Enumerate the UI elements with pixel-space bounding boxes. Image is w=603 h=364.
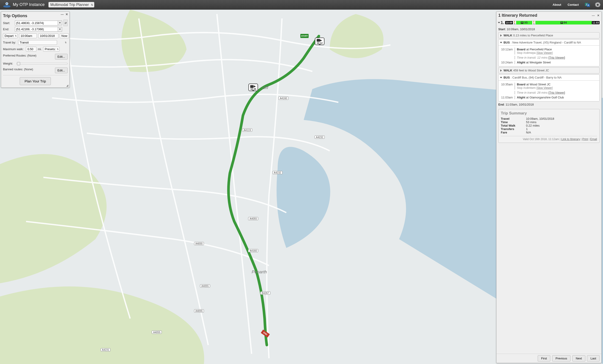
bus-leg-2-header[interactable]: BUS: Cardiff Bus, (94) Cardiff - Barry t… [499,75,599,80]
start-input[interactable] [15,21,58,25]
nav-about[interactable]: About [553,3,561,6]
weight-slider[interactable] [17,63,68,64]
itinerary-title: 1 Itinerary Returned [498,13,592,18]
end-flag-marker[interactable]: END [261,331,269,336]
svg-point-2 [6,3,8,4]
link-to-itinerary[interactable]: Link to Itinerary [561,138,580,141]
pager-first-button[interactable]: First [538,355,550,362]
bus-segment-1: X5 [516,21,532,24]
road-label: A4055 [200,284,210,287]
slider-thumb-icon[interactable] [17,62,20,65]
trip-summary-title: Trip Summary [501,111,597,116]
road-label: A4119 [242,128,252,132]
trip-summary-box: Trip Summary Travel10:09am, 10/01/2018 T… [498,109,600,143]
print-link[interactable]: Print [582,138,588,141]
email-link[interactable]: Email [590,138,597,141]
road-label: A4160 [248,249,258,252]
alight-time: 10:24am [500,61,515,64]
road-label: A4055 [152,331,162,334]
max-walk-unit: mi. [38,47,42,51]
now-button[interactable]: Now [60,33,69,38]
language-icon[interactable]: 文A [585,2,590,8]
road-label: A4160 [278,97,289,100]
edit-preferred-button[interactable]: Edit... [55,54,68,59]
max-walk-input[interactable] [26,47,36,52]
pager-last-button[interactable]: Last [587,355,600,362]
end-dropdown-icon[interactable]: ▼ [58,27,62,32]
top-bar: My OTP Instance Multimodal Trip Planner … [0,0,603,10]
walk-segment: 🚶 [513,21,516,24]
road-label: A4055 [248,217,258,220]
board-time: 10:12am [500,48,515,55]
stop-viewer-link[interactable]: Stop Viewer [537,86,552,89]
pager-next-button[interactable]: Next [572,355,585,362]
walk-leg-1[interactable]: WALK 0.13 miles to Piercefield Place [498,32,600,38]
logo-icon [2,1,12,8]
bus-icon [317,39,320,42]
trip-viewer-link[interactable]: Trip Viewer [549,91,564,94]
svg-point-0 [3,5,11,8]
bus-icon [560,22,563,24]
chevron-down-icon [500,42,502,43]
date-input[interactable] [38,33,58,38]
minimize-icon[interactable]: — [592,14,595,17]
itinerary-number: 1. [501,20,504,25]
planner-select-wrap: Multimodal Trip Planner [48,2,94,8]
alight-time: 11:03am [500,96,515,99]
chevron-right-icon [500,69,502,72]
bus-leg-2: BUS: Cardiff Bus, (94) Cardiff - Barry t… [498,74,600,101]
bus-leg-1-header[interactable]: BUS: New Adventure Travel, (X5) Ringland… [499,40,599,45]
preferred-routes-label: Preferred Routes: (None) [3,54,36,57]
nav-contact[interactable]: Contact [568,3,579,6]
start-dropdown-icon[interactable]: ▼ [58,21,62,25]
stop-viewer-link[interactable]: Stop Viewer [537,51,552,55]
minimize-icon[interactable]: — [61,13,64,16]
presets-select[interactable]: Presets: [43,47,59,52]
road-label: B4267 [260,291,270,295]
bus-leg-1: BUS: New Adventure Travel, (X5) Ringland… [498,39,600,66]
walk-leg-2[interactable]: WALK 459 feet to Wood Street JC [498,67,600,74]
end-line: End: 11:03am, 10/01/2018 [498,103,600,106]
arrive-time-pill: 11:03 [592,21,600,24]
depart-time-pill: 10:09 [505,21,513,24]
plan-trip-button[interactable]: Plan Your Trip [20,77,51,85]
bus-segment-2: 94 [535,21,592,24]
pager: First Previous Next Last [497,354,601,363]
road-label: A4232 [314,135,325,139]
road-label: A4232 [272,171,282,174]
svg-text:A: A [588,4,589,7]
banned-routes-label: Banned routes: (None) [3,67,33,71]
planner-select[interactable]: Multimodal Trip Planner [48,2,94,8]
start-flag-marker[interactable]: START [300,34,309,38]
end-input[interactable] [15,27,58,32]
brand-title: My OTP Instance [13,2,45,7]
travel-by-label: Travel by: [3,41,18,44]
road-label: A4055 [194,242,204,245]
settings-gear-icon[interactable] [595,2,601,8]
walk-icon: 🚶 [513,21,517,24]
pager-previous-button[interactable]: Previous [552,355,571,362]
trip-options-title: Trip Options [3,13,68,18]
board-time: 10:35am [500,83,515,89]
depart-arrive-select[interactable]: Depart [3,33,18,38]
bus-icon [250,85,254,88]
trip-viewer-link[interactable]: Trip Viewer [549,56,564,59]
walk-icon: 🚶 [532,21,536,24]
transit-marker-1[interactable]: ▶10:12 [315,38,325,45]
time-input[interactable] [19,33,37,38]
travel-by-select[interactable]: Transit [18,40,57,45]
itinerary-summary-bar[interactable]: 1. 10:09 🚶 X5 🚶 94 11:03 [498,20,600,25]
close-icon[interactable]: ✕ [66,13,68,16]
chevron-down-icon [498,22,500,23]
end-label: End: [3,27,15,31]
chevron-down-icon [500,77,502,78]
swap-endpoints-button[interactable]: ⇄ [63,20,68,26]
edit-banned-button[interactable]: Edit... [55,67,68,73]
road-label: A4055 [194,309,204,312]
bus-icon [521,22,523,24]
itinerary-panel: 1 Itinerary Returned — ✕ 1. 10:09 🚶 X5 🚶… [496,11,602,363]
close-icon[interactable]: ✕ [597,14,600,17]
max-walk-label: Maximum walk: [3,47,26,51]
transit-marker-2[interactable]: ▶10:35 [249,84,258,91]
road-label: A4231 [101,348,111,351]
